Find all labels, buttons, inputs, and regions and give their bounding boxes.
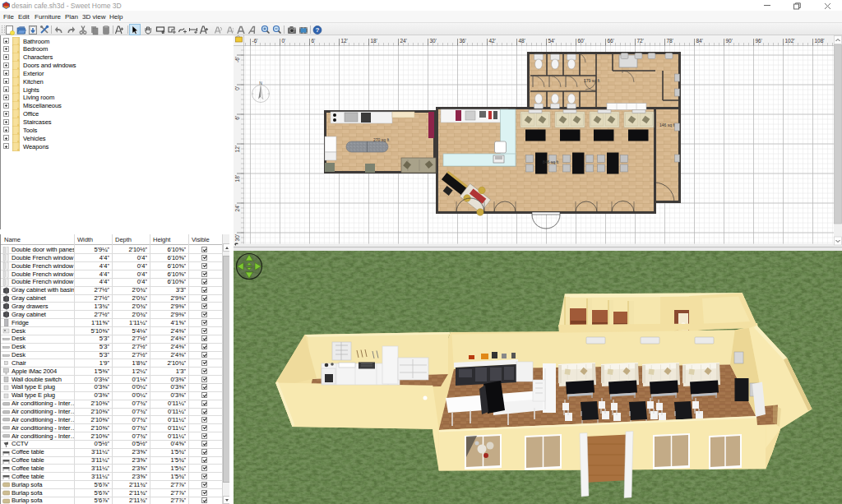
svg-text:?: ?: [315, 26, 319, 34]
svg-text:42': 42': [489, 38, 496, 44]
svg-text:6': 6': [234, 116, 240, 120]
svg-text:0': 0': [282, 38, 286, 44]
svg-text:24': 24': [400, 38, 407, 44]
svg-text:12': 12': [234, 146, 240, 152]
svg-text:6': 6': [312, 38, 316, 44]
svg-text:24': 24': [234, 205, 240, 211]
svg-text:54': 54': [548, 38, 555, 44]
svg-text:146 sq ft: 146 sq ft: [659, 123, 676, 127]
svg-text:18': 18': [234, 175, 240, 182]
svg-text:78': 78': [667, 38, 673, 44]
svg-text:84': 84': [696, 38, 703, 44]
svg-text:102': 102': [785, 38, 795, 44]
svg-text:96': 96': [756, 38, 762, 44]
svg-text:179 sq ft: 179 sq ft: [584, 78, 600, 83]
svg-text:-6': -6': [234, 57, 240, 62]
svg-text:36': 36': [460, 38, 466, 44]
svg-text:30': 30': [234, 234, 240, 241]
svg-text:18': 18': [371, 38, 377, 44]
svg-text:60': 60': [578, 38, 585, 44]
svg-text:72': 72': [637, 38, 644, 44]
svg-text:-6': -6': [252, 38, 258, 44]
svg-text:108': 108': [815, 38, 825, 44]
svg-text:0': 0': [234, 86, 240, 90]
svg-text:846 sq ft: 846 sq ft: [543, 160, 559, 164]
svg-text:66': 66': [608, 38, 614, 44]
svg-text:12': 12': [341, 38, 348, 44]
svg-text:30': 30': [430, 38, 437, 44]
svg-text:270 sq ft: 270 sq ft: [373, 137, 390, 142]
svg-text:90': 90': [726, 38, 733, 44]
svg-text:48': 48': [519, 38, 525, 44]
svg-text:N: N: [259, 81, 262, 86]
